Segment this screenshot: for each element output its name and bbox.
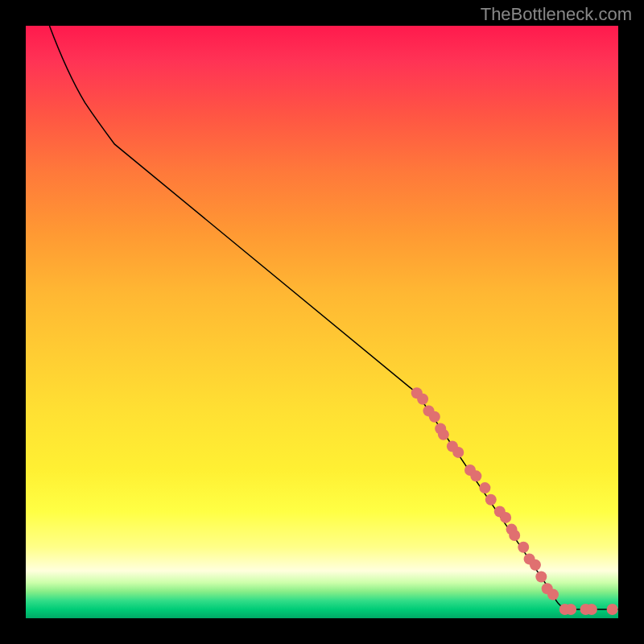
data-point (429, 411, 440, 423)
data-point (417, 394, 428, 405)
chart-svg (26, 26, 618, 618)
data-point (530, 559, 541, 571)
data-point (607, 604, 618, 615)
data-point (565, 604, 576, 615)
data-point (452, 447, 464, 458)
data-point (500, 512, 511, 523)
data-point (479, 482, 490, 493)
data-point (535, 571, 547, 582)
data-point (586, 604, 597, 615)
data-point (438, 429, 449, 440)
data-point (509, 530, 520, 541)
attribution-text: TheBottleneck.com (481, 4, 632, 25)
chart-plot-area (26, 26, 618, 618)
data-point (485, 494, 497, 506)
data-point (470, 470, 481, 481)
data-point (518, 542, 529, 553)
data-point (547, 589, 559, 601)
data-points-group (411, 387, 618, 615)
bottleneck-curve (49, 26, 618, 609)
